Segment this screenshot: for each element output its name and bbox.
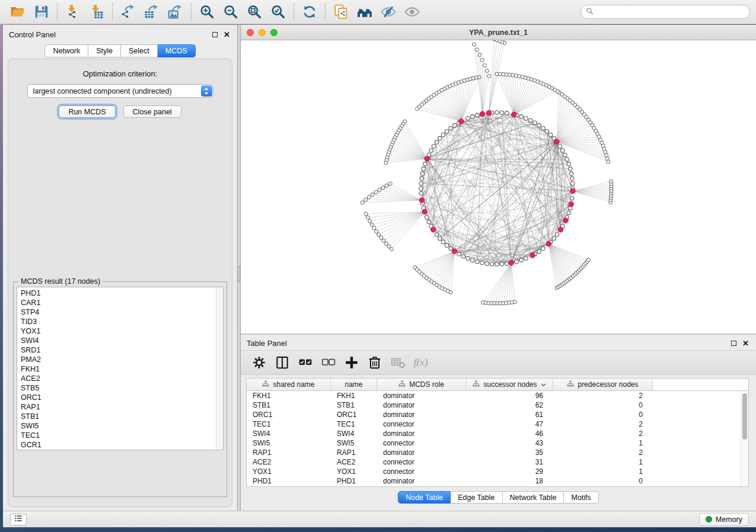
table-row[interactable]: TEC1TEC1connector472 [247,419,741,429]
network-window: YPA_prune.txt_1 [241,25,756,334]
tab-network-table[interactable]: Network Table [503,491,564,504]
column-header-mcds-role[interactable]: MCDS role [377,379,466,391]
save-icon[interactable] [30,2,53,22]
share-document-icon[interactable] [329,2,353,22]
table-row[interactable]: RAP1RAP1dominator352 [247,448,741,457]
tab-style[interactable]: Style [88,44,121,57]
minimize-window-icon[interactable] [259,29,266,36]
table-panel-title: Table Panel [247,339,287,348]
search-input[interactable] [596,8,745,16]
select-all-icon[interactable] [295,353,315,373]
table-row[interactable]: STB1STB1dominator620 [247,400,741,410]
run-mcds-button[interactable]: Run MCDS [59,105,115,118]
import-table-icon[interactable] [85,2,109,22]
hide-graphics-details-icon[interactable] [377,2,400,22]
list-item[interactable]: PHD1 [21,289,213,298]
memory-button[interactable]: Memory [699,513,749,526]
task-history-button[interactable] [10,514,27,525]
close-panel-icon[interactable]: ✕ [224,31,230,39]
zoom-out-icon[interactable] [219,2,243,22]
zoom-window-icon[interactable] [270,29,277,36]
zoom-in-icon[interactable] [195,2,219,22]
list-item[interactable]: TID3 [21,317,213,326]
table-row[interactable]: FKH1FKH1dominator962 [247,391,741,400]
cell-mcds-role: connector [377,420,466,428]
list-item[interactable]: SWI5 [21,421,213,431]
list-item[interactable]: YOX1 [21,326,213,336]
tab-node-table[interactable]: Node Table [398,491,451,504]
float-table-panel-icon[interactable] [731,341,736,346]
cell-name: PHD1 [331,477,377,485]
list-item[interactable]: GCR1 [21,440,213,450]
list-item[interactable]: SWI4 [21,336,213,345]
list-item[interactable]: TEC1 [21,431,213,440]
network-overview-icon[interactable] [353,2,377,22]
refresh-icon[interactable] [298,2,321,22]
main-toolbar [0,0,756,24]
tab-mcds[interactable]: MCDS [158,44,196,57]
open-folder-icon[interactable] [6,2,30,22]
list-item[interactable]: RAP1 [21,402,213,412]
table-row[interactable]: ORC1ORC1dominator610 [247,410,741,419]
table-scrollbar[interactable] [741,391,748,486]
list-item[interactable]: SRD1 [21,345,213,355]
table-settings-icon[interactable] [249,353,269,373]
list-item[interactable]: STB1 [21,412,213,421]
cell-predecessor-nodes: 2 [553,420,653,428]
export-table-icon[interactable] [140,2,164,22]
function-builder-button: f(x) [411,353,430,373]
column-header-shared-name[interactable]: shared name [247,379,331,391]
list-item[interactable]: CAR1 [21,298,213,307]
export-network-icon[interactable] [116,2,140,22]
mcds-list-scrollbar[interactable] [216,288,222,449]
mcds-result-items: PHD1CAR1STP4TID3YOX1SWI4SRD1PMA2FKH1ACE2… [21,289,213,450]
table-scrollbar-thumb[interactable] [742,393,747,440]
network-canvas[interactable] [241,40,756,334]
close-panel-button[interactable]: Close panel [123,105,181,118]
add-row-icon[interactable] [342,353,361,373]
delete-row-icon[interactable] [365,353,384,373]
table-row[interactable]: SWI4SWI4dominator462 [247,429,741,438]
table-row[interactable]: YOX1YOX1connector291 [247,467,741,476]
tab-motifs[interactable]: Motifs [564,491,598,504]
list-item[interactable]: ORC1 [21,393,213,402]
table-row[interactable]: SWI5SWI5connector431 [247,438,741,448]
list-item[interactable]: STP4 [21,307,213,317]
column-layout-icon[interactable] [272,353,292,373]
list-item[interactable]: ACE2 [21,374,213,383]
list-item[interactable]: PMA2 [21,355,213,364]
mcds-result-list[interactable]: PHD1CAR1STP4TID3YOX1SWI4SRD1PMA2FKH1ACE2… [17,287,224,450]
export-image-icon[interactable] [164,2,187,22]
column-header-name[interactable]: name [331,379,377,391]
float-panel-icon[interactable] [212,32,218,37]
show-graphics-details-icon[interactable] [400,2,424,22]
tab-edge-table[interactable]: Edge Table [451,491,502,504]
deselect-all-icon[interactable] [318,353,338,373]
list-item[interactable]: FKH1 [21,364,213,374]
close-window-icon[interactable] [247,29,254,36]
cell-successor-nodes: 61 [466,411,553,419]
cell-successor-nodes: 43 [466,439,553,447]
import-network-icon[interactable] [61,2,85,22]
column-label: shared name [273,380,314,389]
column-header-successor-nodes[interactable]: successor nodes [466,379,553,391]
close-table-panel-icon[interactable]: ✕ [742,339,749,347]
table-row[interactable]: ACE2ACE2connector311 [247,457,741,467]
network-window-titlebar[interactable]: YPA_prune.txt_1 [241,25,756,40]
toolbar-separator [191,3,192,21]
column-header-predecessor-nodes[interactable]: predecessor nodes [553,379,653,391]
search-field[interactable] [580,5,750,19]
table-row[interactable]: PHD1PHD1dominator180 [247,476,741,486]
search-icon [586,7,594,17]
cell-mcds-role: dominator [377,392,466,400]
cell-shared-name: ACE2 [247,458,331,466]
zoom-fit-icon[interactable] [243,2,266,22]
cell-successor-nodes: 18 [466,477,553,485]
list-item[interactable]: STB5 [21,383,213,393]
tab-network[interactable]: Network [44,44,88,57]
optimization-criterion-select[interactable]: largest connected component (undirected) [27,84,213,98]
cell-predecessor-nodes: 2 [553,448,653,457]
zoom-selected-icon[interactable] [266,2,290,22]
cell-predecessor-nodes: 2 [553,430,653,438]
tab-select[interactable]: Select [121,44,158,57]
